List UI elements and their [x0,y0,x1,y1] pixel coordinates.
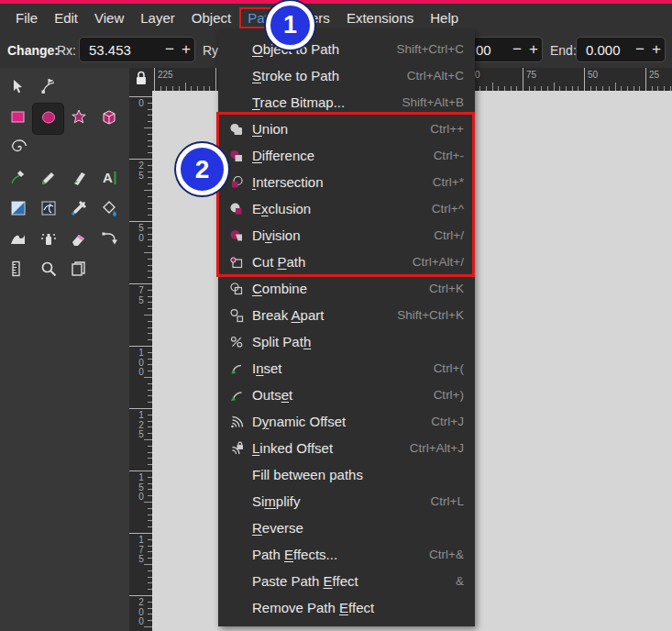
ruler-tick [144,626,152,627]
ruler-tick [129,283,152,284]
select-tool-icon [9,78,28,100]
rect-tool[interactable] [3,104,33,134]
ruler-tick [148,551,152,552]
ruler-tick [144,502,152,503]
menu-item-label: Trace Bitmap... [252,94,345,110]
spray-tool-icon [39,229,58,251]
ruler-tick [596,86,597,91]
menu-item-reverse[interactable]: Reverse [218,515,475,541]
ruler-tick [148,520,152,521]
v-ruler-label: 150 [138,473,145,503]
spiral-tool[interactable] [3,134,33,164]
rx-increment-button[interactable]: + [178,38,194,61]
start-decrement-button[interactable]: − [509,38,525,61]
pencil-tool[interactable] [3,164,33,194]
fill-tool-icon [100,199,118,221]
eraser-tool[interactable] [63,225,94,255]
measure-tool[interactable] [3,255,33,285]
menu-item-shortcut: Ctrl+& [429,548,464,561]
menu-item-label: Inset [252,360,282,376]
star-tool-icon [70,108,88,130]
combine-icon [227,282,246,296]
ruler-tick [144,377,152,378]
zoom-tool[interactable] [33,255,63,285]
menu-icon-slot [227,69,246,83]
menubar-item-edit[interactable]: Edit [46,6,86,29]
ruler-tick [148,421,152,422]
menu-item-paste-path-effect[interactable]: Paste Path Effect& [218,568,475,594]
end-decrement-button[interactable]: − [632,38,648,61]
calligraphy-tool[interactable] [63,164,94,194]
text-tool[interactable]: A [94,164,124,194]
star-tool[interactable] [63,104,94,134]
outset-icon [227,388,246,403]
tweak-tool[interactable] [3,225,33,255]
menu-item-path-effects[interactable]: Path Effects...Ctrl+& [218,541,475,568]
menu-icon-slot [227,548,246,562]
pages-tool[interactable] [63,255,94,285]
ruler-tick [148,239,152,240]
badge-2-number: 2 [195,155,210,184]
ellipse-tool[interactable] [33,104,63,134]
menu-item-combine[interactable]: CombineCtrl+K [218,275,475,302]
pen-tool[interactable] [33,164,63,194]
menu-item-label: Linked Offset [252,440,333,456]
menubar-item-object[interactable]: Object [183,6,239,29]
menu-icon-slot [227,95,246,110]
rx-spinner[interactable]: 53.453 − + [79,37,195,62]
end-spinner[interactable]: 0.000 − + [576,37,666,62]
menubar-item-view[interactable]: View [86,6,132,29]
ruler-tick [529,86,530,91]
menu-item-fill-between-paths[interactable]: Fill between paths [218,461,475,488]
spray-tool[interactable] [33,225,63,255]
menu-item-inset[interactable]: InsetCtrl+( [218,355,475,382]
menu-item-object-to-path[interactable]: Object to PathShift+Ctrl+C [218,36,475,62]
ruler-tick [148,259,152,260]
ruler-tick [148,477,152,478]
connector-tool[interactable] [94,225,124,255]
v-ruler-label: 0 [138,99,145,109]
menu-item-break-apart[interactable]: Break ApartShift+Ctrl+K [218,302,475,328]
ruler-tick [148,415,152,415]
menu-item-dynamic-offset[interactable]: Dynamic OffsetCtrl+J [218,408,475,435]
fill-tool[interactable] [94,194,124,225]
menu-item-split-path[interactable]: Split Path [218,328,475,355]
menu-item-linked-offset[interactable]: Linked OffsetCtrl+Alt+J [218,435,475,461]
calligraphy-tool-icon [70,169,88,191]
h-ruler-label: 25 [649,70,659,80]
menu-item-outset[interactable]: OutsetCtrl+) [218,382,475,408]
box3d-tool[interactable] [94,104,124,134]
ruler-tick [172,86,173,91]
menu-item-simplify[interactable]: SimplifyCtrl+L [218,488,475,515]
ruler-tick [148,602,152,603]
menubar-item-file[interactable]: File [7,6,46,29]
gradient-tool[interactable] [3,194,33,225]
ruler-tick [148,546,152,547]
menubar-item-extensions[interactable]: Extensions [338,6,422,29]
start-increment-button[interactable]: + [525,38,542,61]
zoom-tool-icon [39,260,58,282]
select-tool[interactable] [3,73,33,104]
end-increment-button[interactable]: + [648,38,665,61]
menu-item-remove-path-effect[interactable]: Remove Path Effect [218,594,475,621]
v-ruler-label: 50 [138,224,145,243]
menubar-item-help[interactable]: Help [422,6,467,29]
ruler-tick [148,539,152,540]
v-ruler-label: 100 [138,349,145,378]
menubar-item-layer[interactable]: Layer [132,6,183,29]
menu-item-stroke-to-path[interactable]: Stroke to PathCtrl+Alt+C [218,62,475,89]
ruler-tick [148,515,152,515]
ruler-tick [148,203,152,204]
ruler-lock-corner[interactable] [129,68,152,91]
menu-item-label: Path Effects... [252,547,337,562]
menu-item-shortcut: Ctrl+J [431,415,464,428]
v-ruler-label: 25 [138,161,145,181]
menu-item-shortcut: Ctrl+L [431,494,464,508]
connector-tool-icon [100,229,118,251]
mesh-tool[interactable] [33,194,63,225]
ruler-tick [148,115,152,116]
node-tool[interactable] [33,73,63,104]
ruler-tick [670,86,671,91]
dropper-tool[interactable] [63,194,94,225]
rx-decrement-button[interactable]: − [161,38,178,61]
